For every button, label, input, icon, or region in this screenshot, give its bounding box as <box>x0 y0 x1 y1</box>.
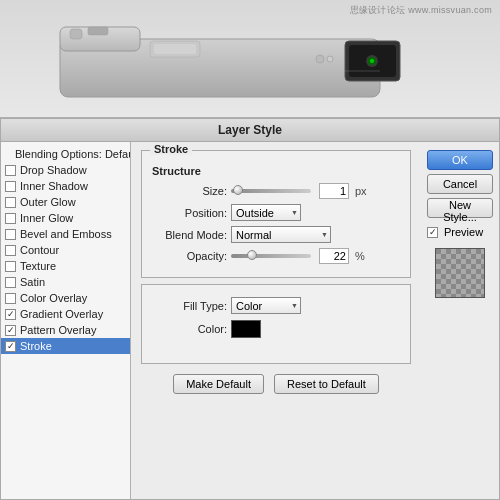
stroke-label: Stroke <box>20 340 52 352</box>
svg-point-12 <box>316 55 324 63</box>
svg-point-8 <box>370 59 374 63</box>
dialog-title: Layer Style <box>1 119 499 142</box>
gradient-overlay-label: Gradient Overlay <box>20 308 103 320</box>
size-label: Size: <box>152 185 227 197</box>
inner-shadow-label: Inner Shadow <box>20 180 88 192</box>
sidebar-item-texture[interactable]: Texture <box>1 258 130 274</box>
position-select-wrapper[interactable]: Outside Inside Center <box>231 204 301 221</box>
make-default-button[interactable]: Make Default <box>173 374 264 394</box>
preview-row: Preview <box>427 226 493 238</box>
sidebar-item-color-overlay[interactable]: Color Overlay <box>1 290 130 306</box>
sidebar-item-pattern-overlay[interactable]: Pattern Overlay <box>1 322 130 338</box>
sidebar-item-blending-options-label: Blending Options: Default <box>15 148 131 160</box>
opacity-unit: % <box>355 250 365 262</box>
opacity-slider[interactable] <box>231 254 311 258</box>
svg-rect-9 <box>70 29 82 39</box>
bevel-emboss-checkbox[interactable] <box>5 229 16 240</box>
blend-mode-select-wrapper[interactable]: Normal Dissolve Multiply Screen <box>231 226 331 243</box>
new-style-button[interactable]: New Style... <box>427 198 493 218</box>
structure-subtitle: Structure <box>152 165 400 177</box>
fill-type-select[interactable]: Color Gradient Pattern <box>231 297 301 314</box>
color-label: Color: <box>152 323 227 335</box>
size-input[interactable] <box>319 183 349 199</box>
size-slider-thumb[interactable] <box>233 185 243 195</box>
opacity-label: Opacity: <box>152 250 227 262</box>
position-label: Position: <box>152 207 227 219</box>
sidebar-item-bevel-emboss[interactable]: Bevel and Emboss <box>1 226 130 242</box>
stroke-section-title: Stroke <box>150 143 192 155</box>
watermark-text: 思缘设计论坛 www.missvuan.com <box>350 4 492 17</box>
pattern-overlay-label: Pattern Overlay <box>20 324 96 336</box>
gradient-overlay-checkbox[interactable] <box>5 309 16 320</box>
cancel-button[interactable]: Cancel <box>427 174 493 194</box>
dialog-body: Blending Options: Default Drop Shadow In… <box>1 142 499 499</box>
preview-label: Preview <box>444 226 483 238</box>
position-select[interactable]: Outside Inside Center <box>231 204 301 221</box>
sidebar-item-satin[interactable]: Satin <box>1 274 130 290</box>
contour-label: Contour <box>20 244 59 256</box>
right-panel: OK Cancel New Style... Preview <box>421 142 499 499</box>
stroke-section: Stroke Structure Size: px Position <box>141 150 411 278</box>
outer-glow-checkbox[interactable] <box>5 197 16 208</box>
blend-mode-row: Blend Mode: Normal Dissolve Multiply Scr… <box>152 226 400 243</box>
preview-checkbox[interactable] <box>427 227 438 238</box>
sidebar-item-outer-glow[interactable]: Outer Glow <box>1 194 130 210</box>
camera-illustration <box>50 11 450 106</box>
outer-glow-label: Outer Glow <box>20 196 76 208</box>
size-slider[interactable] <box>231 189 311 193</box>
color-overlay-label: Color Overlay <box>20 292 87 304</box>
svg-rect-3 <box>154 44 196 54</box>
layer-style-dialog: Layer Style Blending Options: Default Dr… <box>0 118 500 500</box>
color-swatch[interactable] <box>231 320 261 338</box>
svg-rect-10 <box>88 27 108 35</box>
camera-preview: 思缘设计论坛 www.missvuan.com <box>0 0 500 118</box>
fill-type-select-wrapper[interactable]: Color Gradient Pattern <box>231 297 301 314</box>
inner-shadow-checkbox[interactable] <box>5 181 16 192</box>
fill-type-section: Fill Type: Color Gradient Pattern Color: <box>141 284 411 364</box>
opacity-row: Opacity: % <box>152 248 400 264</box>
bevel-emboss-label: Bevel and Emboss <box>20 228 112 240</box>
texture-checkbox[interactable] <box>5 261 16 272</box>
preview-swatch <box>435 248 485 298</box>
contour-checkbox[interactable] <box>5 245 16 256</box>
sidebar: Blending Options: Default Drop Shadow In… <box>1 142 131 499</box>
sidebar-item-contour[interactable]: Contour <box>1 242 130 258</box>
opacity-slider-thumb[interactable] <box>247 250 257 260</box>
opacity-input[interactable] <box>319 248 349 264</box>
color-row: Color: <box>152 320 400 338</box>
blend-mode-select[interactable]: Normal Dissolve Multiply Screen <box>231 226 331 243</box>
ok-button[interactable]: OK <box>427 150 493 170</box>
size-unit: px <box>355 185 367 197</box>
main-panel: Stroke Structure Size: px Position <box>131 142 421 499</box>
bottom-buttons-row: Make Default Reset to Default <box>141 374 411 394</box>
texture-label: Texture <box>20 260 56 272</box>
sidebar-item-drop-shadow[interactable]: Drop Shadow <box>1 162 130 178</box>
svg-point-13 <box>327 56 333 62</box>
position-row: Position: Outside Inside Center <box>152 204 400 221</box>
satin-label: Satin <box>20 276 45 288</box>
pattern-overlay-checkbox[interactable] <box>5 325 16 336</box>
sidebar-item-inner-glow[interactable]: Inner Glow <box>1 210 130 226</box>
size-row: Size: px <box>152 183 400 199</box>
reset-to-default-button[interactable]: Reset to Default <box>274 374 379 394</box>
fill-type-row: Fill Type: Color Gradient Pattern <box>152 297 400 314</box>
drop-shadow-label: Drop Shadow <box>20 164 87 176</box>
fill-section-content: Fill Type: Color Gradient Pattern Color: <box>142 285 410 351</box>
stroke-checkbox[interactable] <box>5 341 16 352</box>
blend-mode-label: Blend Mode: <box>152 229 227 241</box>
drop-shadow-checkbox[interactable] <box>5 165 16 176</box>
sidebar-item-stroke[interactable]: Stroke <box>1 338 130 354</box>
sidebar-item-gradient-overlay[interactable]: Gradient Overlay <box>1 306 130 322</box>
stroke-section-content: Structure Size: px Position: <box>142 151 410 277</box>
inner-glow-label: Inner Glow <box>20 212 73 224</box>
sidebar-item-inner-shadow[interactable]: Inner Shadow <box>1 178 130 194</box>
inner-glow-checkbox[interactable] <box>5 213 16 224</box>
sidebar-item-blending-options[interactable]: Blending Options: Default <box>1 146 130 162</box>
fill-type-label: Fill Type: <box>152 300 227 312</box>
satin-checkbox[interactable] <box>5 277 16 288</box>
color-overlay-checkbox[interactable] <box>5 293 16 304</box>
